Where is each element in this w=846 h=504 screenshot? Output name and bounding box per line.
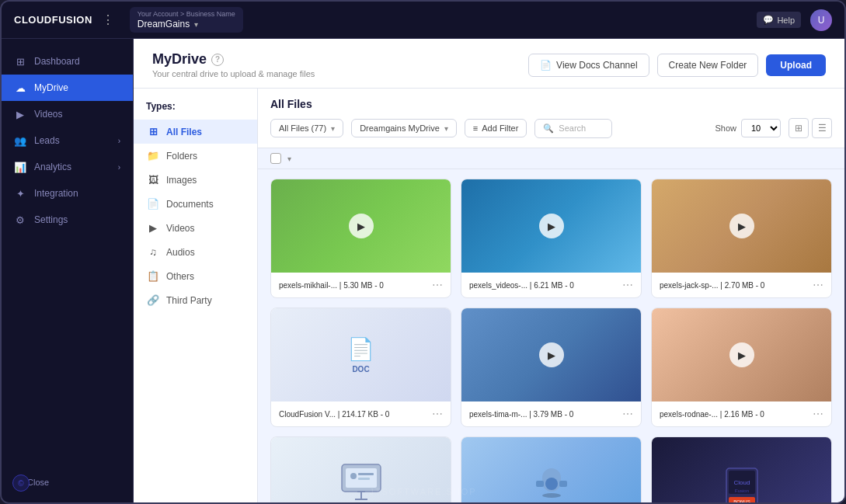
play-button[interactable]: ▶ — [729, 214, 754, 238]
play-button[interactable]: ▶ — [729, 342, 754, 367]
file-card[interactable]: 📄 DOC CloudFusion V... | 214.17 KB - 0 ⋯ — [270, 308, 451, 427]
all-files-icon: ⊞ — [146, 126, 160, 137]
integration-icon: ✦ — [14, 187, 26, 200]
files-panel: All Files All Files (77) ▾ Dreamgains My… — [258, 89, 844, 502]
type-item-audios[interactable]: ♫ Audios — [134, 240, 257, 264]
svg-text:BONUS: BONUS — [733, 499, 750, 502]
file-more-icon[interactable]: ⋯ — [813, 408, 823, 420]
show-label: Show — [715, 123, 736, 133]
type-item-others[interactable]: 📋 Others — [134, 264, 257, 288]
file-thumbnail: ▶ — [461, 179, 641, 273]
file-more-icon[interactable]: ⋯ — [432, 408, 443, 420]
show-controls: Show 10 25 50 ⊞ ☰ — [715, 118, 832, 138]
file-more-icon[interactable]: ⋯ — [432, 279, 443, 291]
doc-icon: 📄 — [347, 336, 374, 362]
create-folder-button[interactable]: Create New Folder — [657, 54, 759, 77]
filter-icon: ≡ — [473, 123, 478, 133]
chevron-right-icon: › — [118, 163, 120, 172]
documents-icon: 📄 — [146, 198, 160, 210]
header-actions: 📄 View Docs Channel Create New Folder Up… — [528, 54, 826, 77]
sidebar-item-dashboard[interactable]: ⊞ Dashboard — [2, 48, 133, 75]
files-grid: ▶ pexels-mikhail-... | 5.30 MB - 0 ⋯ — [270, 179, 832, 502]
select-all-checkbox[interactable] — [270, 153, 281, 164]
play-button[interactable]: ▶ — [539, 342, 564, 367]
more-options-icon[interactable]: ⋮ — [102, 12, 114, 27]
file-name: pexels-rodnae-... | 2.16 MB - 0 — [660, 410, 806, 419]
file-thumbnail: ▶ — [652, 308, 831, 401]
avatar[interactable]: U — [810, 9, 832, 31]
select-row: ▾ — [258, 148, 844, 169]
all-files-dropdown[interactable]: All Files (77) ▾ — [270, 119, 343, 137]
help-button[interactable]: 💬 Help — [757, 12, 801, 28]
location-caret-icon: ▾ — [444, 124, 448, 133]
close-button[interactable]: ↩ Close — [14, 477, 120, 487]
file-card[interactable]: ▶ pexels_videos-... | 6.21 MB - 0 ⋯ — [461, 179, 642, 298]
search-box[interactable]: 🔍 Search — [534, 119, 612, 138]
play-button[interactable]: ▶ — [349, 214, 374, 238]
settings-icon: ⚙ — [14, 214, 26, 226]
add-filter-button[interactable]: ≡ Add Filter — [465, 119, 527, 137]
dropdown-arrow-icon[interactable]: ▾ — [287, 155, 291, 163]
file-thumbnail: 📄 DOC — [271, 308, 451, 401]
type-item-images[interactable]: 🖼 Images — [134, 168, 257, 192]
search-icon: 🔍 — [543, 123, 554, 134]
content-body: Types: ⊞ All Files 📁 Folders 🖼 Images — [134, 89, 844, 502]
svg-rect-6 — [358, 473, 374, 475]
play-button[interactable]: ▶ — [539, 214, 564, 238]
folder-icon: 📁 — [146, 150, 160, 162]
content-area: MyDrive ? Your central drive to upload &… — [134, 39, 844, 502]
videos-type-icon: ▶ — [146, 222, 160, 234]
view-docs-button[interactable]: 📄 View Docs Channel — [528, 54, 649, 77]
docs-icon: 📄 — [540, 60, 552, 71]
type-item-videos[interactable]: ▶ Videos — [134, 216, 257, 240]
view-toggles: ⊞ ☰ — [789, 118, 832, 138]
file-card[interactable]: ⋯ — [270, 436, 451, 502]
file-thumbnail: Cloud Fusion BONUS — [652, 437, 831, 502]
list-view-button[interactable]: ☰ — [812, 118, 832, 138]
type-item-documents[interactable]: 📄 Documents — [134, 192, 257, 216]
sidebar-item-leads[interactable]: 👥 Leads › — [2, 127, 133, 154]
chevron-right-icon: › — [118, 137, 120, 145]
file-info: pexels_videos-... | 6.21 MB - 0 ⋯ — [461, 273, 641, 297]
account-selector[interactable]: Your Account > Business Name DreamGains … — [130, 7, 243, 33]
type-item-third-party[interactable]: 🔗 Third Party — [134, 288, 257, 312]
account-label: Your Account > Business Name — [138, 10, 235, 18]
third-party-icon: 🔗 — [146, 294, 160, 306]
show-select[interactable]: 10 25 50 — [741, 119, 781, 137]
file-card[interactable]: ▶ pexels-mikhail-... | 5.30 MB - 0 ⋯ — [270, 179, 451, 298]
grid-view-button[interactable]: ⊞ — [789, 118, 809, 138]
file-info: CloudFusion V... | 214.17 KB - 0 ⋯ — [271, 401, 451, 426]
file-name: CloudFusion V... | 214.17 KB - 0 — [279, 410, 426, 419]
file-more-icon[interactable]: ⋯ — [813, 279, 823, 291]
file-thumbnail: ▶ — [461, 308, 641, 401]
file-card[interactable]: ▶ pexels-tima-m-... | 3.79 MB - 0 ⋯ — [461, 308, 642, 427]
file-info: pexels-rodnae-... | 2.16 MB - 0 ⋯ — [652, 401, 831, 426]
svg-point-5 — [350, 473, 357, 479]
file-info: pexels-tima-m-... | 3.79 MB - 0 ⋯ — [461, 401, 641, 426]
dashboard-icon: ⊞ — [14, 55, 26, 68]
sidebar-item-mydrive[interactable]: ☁ MyDrive — [2, 75, 133, 101]
type-item-all-files[interactable]: ⊞ All Files — [134, 120, 257, 144]
file-card[interactable]: Cloud Fusion BONUS ⋯ — [651, 436, 832, 502]
type-item-folders[interactable]: 📁 Folders — [134, 144, 257, 168]
chevron-down-icon: ▾ — [194, 20, 198, 29]
files-grid-container: ▶ pexels-mikhail-... | 5.30 MB - 0 ⋯ — [258, 169, 844, 502]
top-bar-right: 💬 Help U — [757, 9, 832, 31]
files-header: All Files All Files (77) ▾ Dreamgains My… — [258, 89, 844, 148]
file-card[interactable]: ⋯ — [461, 436, 642, 502]
upload-button[interactable]: Upload — [766, 54, 826, 76]
info-icon[interactable]: ? — [211, 54, 224, 66]
sidebar-item-videos[interactable]: ▶ Videos — [2, 101, 133, 127]
account-name: DreamGains ▾ — [138, 19, 235, 30]
file-card[interactable]: ▶ pexels-rodnae-... | 2.16 MB - 0 ⋯ — [651, 308, 832, 427]
file-more-icon[interactable]: ⋯ — [622, 279, 633, 291]
types-heading: Types: — [134, 101, 257, 120]
location-dropdown[interactable]: Dreamgains MyDrive ▾ — [351, 119, 457, 137]
file-card[interactable]: ▶ pexels-jack-sp-... | 2.70 MB - 0 ⋯ — [651, 179, 832, 298]
sidebar-item-integration[interactable]: ✦ Integration — [2, 180, 133, 207]
sidebar-item-settings[interactable]: ⚙ Settings — [2, 207, 133, 233]
vr-thumb-svg — [528, 461, 575, 502]
file-more-icon[interactable]: ⋯ — [622, 408, 633, 420]
sidebar-item-analytics[interactable]: 📊 Analytics › — [2, 154, 133, 180]
app-logo: CLOUDFUSION — [14, 14, 92, 26]
